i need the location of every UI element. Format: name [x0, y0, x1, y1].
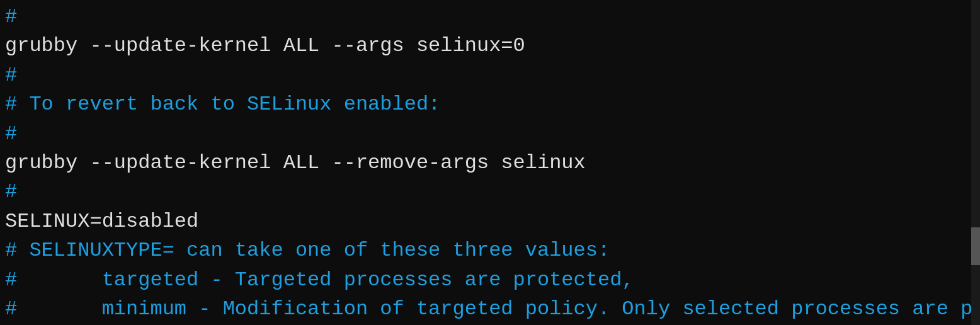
scrollbar[interactable] — [971, 0, 980, 325]
terminal-line: SELINUX=disabled — [5, 207, 975, 236]
scrollbar-thumb[interactable] — [971, 227, 980, 265]
terminal-line: # targeted - Targeted processes are prot… — [5, 266, 975, 295]
terminal-content: #grubby --update-kernel ALL --args selin… — [5, 3, 975, 325]
terminal-window: #grubby --update-kernel ALL --args selin… — [0, 0, 980, 325]
terminal-line: grubby --update-kernel ALL --args selinu… — [5, 31, 975, 60]
terminal-line: # — [5, 178, 975, 207]
terminal-line: # — [5, 3, 975, 31]
terminal-line: # — [5, 61, 975, 90]
terminal-line: # To revert back to SELinux enabled: — [5, 90, 975, 119]
terminal-line: # SELINUXTYPE= can take one of these thr… — [5, 236, 975, 265]
terminal-line: # — [5, 120, 975, 149]
terminal-line: # minimum - Modification of targeted pol… — [5, 295, 975, 324]
terminal-line: grubby --update-kernel ALL --remove-args… — [5, 149, 975, 178]
